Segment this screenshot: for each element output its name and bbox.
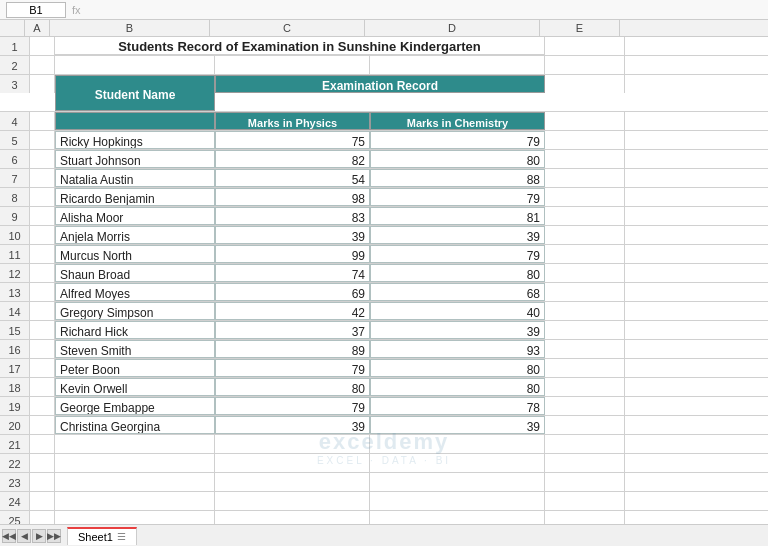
nav-next[interactable]: ▶: [32, 529, 46, 543]
cell-e15[interactable]: [545, 321, 625, 339]
cell-c9[interactable]: 83: [215, 207, 370, 225]
col-header-a[interactable]: A: [25, 20, 50, 36]
cell-c25[interactable]: [215, 511, 370, 524]
cell-c11[interactable]: 99: [215, 245, 370, 263]
cell-b10[interactable]: Anjela Morris: [55, 226, 215, 244]
cell-e18[interactable]: [545, 378, 625, 396]
cell-a13[interactable]: [30, 283, 55, 301]
cell-a20[interactable]: [30, 416, 55, 434]
cell-b14[interactable]: Gregory Simpson: [55, 302, 215, 320]
cell-c10[interactable]: 39: [215, 226, 370, 244]
cell-e5[interactable]: [545, 131, 625, 149]
cell-e11[interactable]: [545, 245, 625, 263]
sheet1-tab[interactable]: Sheet1 ☰: [67, 527, 137, 545]
cell-e24[interactable]: [545, 492, 625, 510]
col-header-c[interactable]: C: [210, 20, 365, 36]
cell-a6[interactable]: [30, 150, 55, 168]
cell-d21[interactable]: [370, 435, 545, 453]
cell-e20[interactable]: [545, 416, 625, 434]
col-header-e[interactable]: E: [540, 20, 620, 36]
cell-d16[interactable]: 93: [370, 340, 545, 358]
cell-b12[interactable]: Shaun Broad: [55, 264, 215, 282]
cell-e25[interactable]: [545, 511, 625, 524]
cell-a21[interactable]: [30, 435, 55, 453]
cell-b25[interactable]: [55, 511, 215, 524]
col-header-d[interactable]: D: [365, 20, 540, 36]
cell-e22[interactable]: [545, 454, 625, 472]
cell-b22[interactable]: [55, 454, 215, 472]
cell-d22[interactable]: [370, 454, 545, 472]
cell-a24[interactable]: [30, 492, 55, 510]
cell-d24[interactable]: [370, 492, 545, 510]
cell-c20[interactable]: 39: [215, 416, 370, 434]
cell-b8[interactable]: Ricardo Benjamin: [55, 188, 215, 206]
cell-e19[interactable]: [545, 397, 625, 415]
cell-d7[interactable]: 88: [370, 169, 545, 187]
cell-b15[interactable]: Richard Hick: [55, 321, 215, 339]
cell-d15[interactable]: 39: [370, 321, 545, 339]
cell-c2[interactable]: [215, 56, 370, 74]
cell-e1[interactable]: [545, 37, 625, 55]
cell-c23[interactable]: [215, 473, 370, 491]
cell-c24[interactable]: [215, 492, 370, 510]
cell-e12[interactable]: [545, 264, 625, 282]
cell-b13[interactable]: Alfred Moyes: [55, 283, 215, 301]
cell-a2[interactable]: [30, 56, 55, 74]
cell-a3[interactable]: [30, 75, 55, 93]
cell-d2[interactable]: [370, 56, 545, 74]
cell-e6[interactable]: [545, 150, 625, 168]
cell-c16[interactable]: 89: [215, 340, 370, 358]
cell-c18[interactable]: 80: [215, 378, 370, 396]
cell-c22[interactable]: [215, 454, 370, 472]
cell-e13[interactable]: [545, 283, 625, 301]
nav-last[interactable]: ▶▶: [47, 529, 61, 543]
cell-d23[interactable]: [370, 473, 545, 491]
nav-prev[interactable]: ◀: [17, 529, 31, 543]
cell-a14[interactable]: [30, 302, 55, 320]
cell-a17[interactable]: [30, 359, 55, 377]
cell-c21[interactable]: [215, 435, 370, 453]
nav-first[interactable]: ◀◀: [2, 529, 16, 543]
cell-a4[interactable]: [30, 112, 55, 130]
cell-d8[interactable]: 79: [370, 188, 545, 206]
cell-a19[interactable]: [30, 397, 55, 415]
cell-a16[interactable]: [30, 340, 55, 358]
cell-a10[interactable]: [30, 226, 55, 244]
cell-a1[interactable]: [30, 37, 55, 55]
cell-d10[interactable]: 39: [370, 226, 545, 244]
cell-b16[interactable]: Steven Smith: [55, 340, 215, 358]
cell-b6[interactable]: Stuart Johnson: [55, 150, 215, 168]
cell-b23[interactable]: [55, 473, 215, 491]
cell-e8[interactable]: [545, 188, 625, 206]
cell-a23[interactable]: [30, 473, 55, 491]
name-box[interactable]: [6, 2, 66, 18]
cell-b21[interactable]: [55, 435, 215, 453]
cell-b24[interactable]: [55, 492, 215, 510]
cell-b20[interactable]: Christina Georgina: [55, 416, 215, 434]
cell-b17[interactable]: Peter Boon: [55, 359, 215, 377]
cell-d6[interactable]: 80: [370, 150, 545, 168]
cell-c14[interactable]: 42: [215, 302, 370, 320]
cell-c6[interactable]: 82: [215, 150, 370, 168]
cell-c17[interactable]: 79: [215, 359, 370, 377]
cell-a5[interactable]: [30, 131, 55, 149]
cell-e3[interactable]: [545, 75, 625, 93]
cell-d9[interactable]: 81: [370, 207, 545, 225]
cell-e21[interactable]: [545, 435, 625, 453]
cell-c15[interactable]: 37: [215, 321, 370, 339]
cell-c8[interactable]: 98: [215, 188, 370, 206]
cell-b9[interactable]: Alisha Moor: [55, 207, 215, 225]
cell-b18[interactable]: Kevin Orwell: [55, 378, 215, 396]
cell-a9[interactable]: [30, 207, 55, 225]
cell-d14[interactable]: 40: [370, 302, 545, 320]
cell-e10[interactable]: [545, 226, 625, 244]
cell-d17[interactable]: 80: [370, 359, 545, 377]
cell-a11[interactable]: [30, 245, 55, 263]
cell-e4[interactable]: [545, 112, 625, 130]
cell-e2[interactable]: [545, 56, 625, 74]
cell-a8[interactable]: [30, 188, 55, 206]
cell-e14[interactable]: [545, 302, 625, 320]
cell-a25[interactable]: [30, 511, 55, 524]
cell-b7[interactable]: Natalia Austin: [55, 169, 215, 187]
cell-a22[interactable]: [30, 454, 55, 472]
